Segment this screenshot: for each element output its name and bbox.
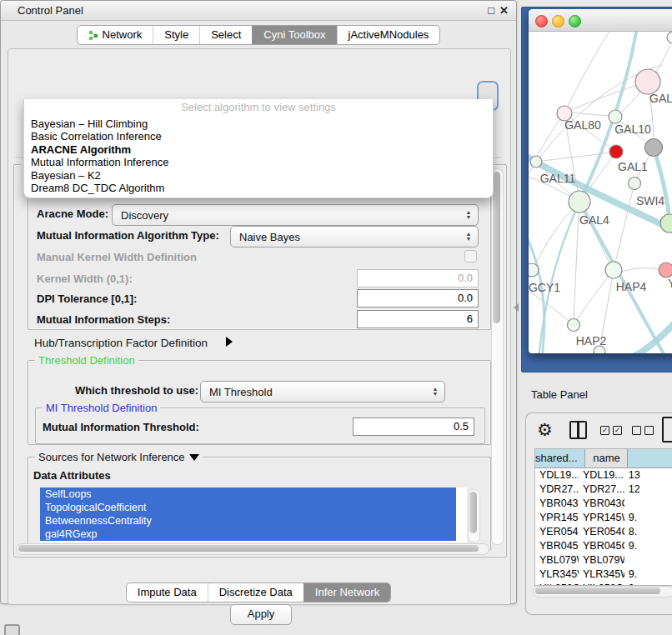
table-cell: 9.: [624, 568, 672, 582]
expand-right-icon[interactable]: [226, 337, 233, 347]
table-panel-title: Table Panel: [531, 388, 588, 401]
mi-steps-field[interactable]: 6: [357, 310, 479, 328]
tab-network[interactable]: Network: [78, 26, 153, 44]
settings-vertical-scrollbar[interactable]: [491, 168, 504, 545]
table-cell: YER054C: [535, 525, 579, 539]
attribute-item[interactable]: BetweennessCentrality: [40, 514, 456, 528]
tab-impute-data[interactable]: Impute Data: [127, 583, 208, 602]
table-column-header[interactable]: [628, 449, 672, 468]
apply-button[interactable]: Apply: [230, 604, 292, 625]
table-row[interactable]: YER054CYER054C8.: [535, 525, 672, 539]
network-node[interactable]: [609, 145, 623, 158]
attribute-item[interactable]: SelfLoops: [40, 488, 456, 501]
collapse-down-icon[interactable]: [189, 454, 199, 461]
settings-horizontal-scrollbar[interactable]: [16, 543, 489, 555]
network-edge[interactable]: [574, 202, 579, 319]
table-cell: [624, 553, 672, 568]
document-icon[interactable]: [662, 417, 672, 442]
tab-style[interactable]: Style: [153, 26, 199, 44]
algorithm-option[interactable]: Bayesian – K2: [24, 169, 493, 182]
unchecked-boxes-icon[interactable]: [632, 426, 654, 435]
algorithm-option[interactable]: Basic Correlation Inference: [24, 130, 493, 142]
close-icon[interactable]: ✕: [499, 1, 509, 20]
table-row[interactable]: YBR045CYBR045C9.: [535, 539, 672, 553]
which-threshold-select[interactable]: MI Threshold ▲▼: [200, 381, 445, 402]
network-node-gal4[interactable]: [569, 191, 590, 212]
table-column-header[interactable]: shared...: [535, 449, 585, 468]
network-edge[interactable]: [627, 319, 672, 353]
network-node[interactable]: [645, 139, 663, 157]
network-node-gal10[interactable]: [609, 110, 622, 123]
checked-boxes-icon[interactable]: ✓✓: [600, 426, 622, 435]
network-edge[interactable]: [622, 268, 662, 272]
partially-visible-icon[interactable]: [4, 624, 20, 635]
network-canvas[interactable]: GALGAL80GAL10GAL1GAL11GAL4SWI4GCY1HAP4YH…: [529, 32, 672, 353]
node-table[interactable]: shared...name YDL19...YDL19...13YDR27...…: [534, 448, 672, 586]
attribute-item[interactable]: TopologicalCoefficient: [40, 501, 456, 514]
network-node-swi4[interactable]: [660, 214, 672, 232]
algorithm-option[interactable]: ARACNE Algorithm: [24, 143, 493, 156]
network-node-hap4[interactable]: [605, 262, 622, 278]
table-row[interactable]: YBL079WYBL079W: [535, 553, 672, 568]
kernel-width-field[interactable]: 0.0: [357, 269, 479, 288]
network-node-gal[interactable]: [635, 69, 660, 94]
table-horizontal-scrollbar[interactable]: [533, 586, 672, 598]
mi-type-label: Mutual Information Algorithm Type:: [37, 229, 219, 242]
table-row[interactable]: YLR345WYLR345W9.: [535, 568, 672, 582]
network-edge[interactable]: [532, 208, 574, 270]
tab-label: Cyni Toolbox: [263, 26, 325, 44]
network-node[interactable]: [667, 32, 672, 43]
kernel-width-label: Kernel Width (0,1):: [37, 272, 133, 285]
algorithm-option[interactable]: Bayesian – Hill Climbing: [24, 118, 493, 130]
network-node-hap2[interactable]: [568, 319, 580, 332]
mac-minimize-icon[interactable]: [552, 15, 564, 28]
aracne-mode-select[interactable]: Discovery ▲▼: [112, 204, 479, 226]
mi-algorithm-type-select[interactable]: Naive Bayes ▲▼: [230, 226, 479, 248]
table-row[interactable]: YDR27...YDR27...12: [535, 482, 672, 497]
data-attributes-list[interactable]: SelfLoopsTopologicalCoefficientBetweenne…: [40, 488, 467, 542]
sources-group-title[interactable]: Sources for Network Inference: [35, 451, 203, 463]
table-column-header[interactable]: name: [585, 449, 628, 468]
columns-icon[interactable]: [569, 421, 587, 439]
gear-icon[interactable]: ⚙: [537, 419, 553, 441]
mac-close-icon[interactable]: [535, 15, 548, 28]
node-label: Y: [668, 277, 672, 290]
tab-select[interactable]: Select: [199, 26, 252, 44]
tab-cyni-toolbox[interactable]: Cyni Toolbox: [252, 26, 336, 44]
table-row[interactable]: YBR043CYBR043C: [535, 497, 672, 511]
network-node-gal11[interactable]: [530, 156, 542, 168]
tab-label: Impute Data: [138, 583, 197, 602]
tab-discretize-data[interactable]: Discretize Data: [208, 583, 303, 602]
sources-group: Sources for Network Inference Data Attri…: [28, 457, 491, 551]
network-edge[interactable]: [654, 148, 669, 222]
attribute-item[interactable]: gal4RGexp: [40, 528, 456, 541]
algorithm-option[interactable]: Mutual Information Inference: [24, 156, 493, 168]
panel-collapse-arrow-icon[interactable]: [514, 303, 519, 312]
attributes-scrollbar[interactable]: [468, 489, 480, 542]
network-node-gal1[interactable]: [629, 178, 641, 190]
float-window-icon[interactable]: □: [488, 1, 494, 20]
network-node[interactable]: [594, 346, 605, 353]
network-edge[interactable]: [569, 112, 610, 116]
node-label: SWI4: [636, 194, 664, 208]
network-window-titlebar[interactable]: [529, 9, 672, 32]
mi-threshold-field[interactable]: 0.5: [353, 418, 474, 436]
tab-jactivemnodules[interactable]: jActiveMNodules: [337, 26, 440, 44]
dpi-tolerance-field[interactable]: 0.0: [357, 289, 479, 308]
mac-zoom-icon[interactable]: [569, 15, 581, 28]
algorithm-option[interactable]: Dream8 DC_TDC Algorithm: [24, 182, 493, 194]
table-cell: 13: [624, 468, 672, 482]
network-edge[interactable]: [564, 32, 612, 113]
table-row[interactable]: YDL19...YDL19...13: [535, 468, 672, 482]
table-row[interactable]: YPR145WYPR145W9.: [535, 511, 672, 525]
network-node-y[interactable]: [659, 262, 672, 278]
network-node-gcy1[interactable]: [529, 263, 539, 277]
network-edge[interactable]: [577, 270, 614, 320]
manual-kernel-checkbox[interactable]: [464, 250, 477, 262]
table-cell: YDL19...: [535, 468, 579, 482]
tab-infer-network[interactable]: Infer Network: [303, 583, 390, 602]
table-cell: YPR145W: [579, 511, 624, 525]
hub-section-label[interactable]: Hub/Transcription Factor Definition: [34, 337, 208, 349]
node-label: HAP4: [616, 280, 647, 293]
network-edge[interactable]: [615, 183, 634, 262]
